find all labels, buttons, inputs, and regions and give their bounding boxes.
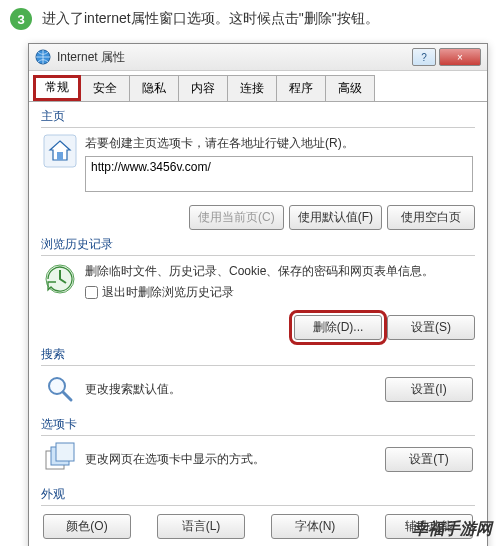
tabs-icon [43,442,77,476]
home-icon [43,134,77,168]
search-desc: 更改搜索默认值。 [85,380,181,398]
delete-button[interactable]: 删除(D)... [294,315,382,340]
close-button[interactable]: × [439,48,481,66]
history-group: 浏览历史记录 删除临时文件、历史记录、Cookie、保存的密码和网页表单信息。 … [41,236,475,340]
homepage-desc: 若要创建主页选项卡，请在各地址行键入地址(R)。 [85,134,473,152]
tab-advanced[interactable]: 高级 [325,75,375,101]
delete-on-exit-checkbox[interactable] [85,286,98,299]
watermark: 幸福手游网 [412,519,492,540]
history-title: 浏览历史记录 [41,236,475,253]
help-button[interactable]: ? [412,48,436,66]
history-icon [43,262,77,296]
use-default-button[interactable]: 使用默认值(F) [289,205,382,230]
titlebar: Internet 属性 ? × [29,44,487,71]
search-title: 搜索 [41,346,475,363]
homepage-url-input[interactable] [85,156,473,192]
delete-on-exit-label: 退出时删除浏览历史记录 [102,284,234,301]
tab-programs[interactable]: 程序 [276,75,326,101]
color-button[interactable]: 颜色(O) [43,514,131,539]
search-icon [43,372,77,406]
globe-icon [35,49,51,65]
homepage-group: 主页 若要创建主页选项卡，请在各地址行键入地址(R)。 使用当前页(C) 使用默… [41,108,475,230]
tabs-settings-button[interactable]: 设置(T) [385,447,473,472]
language-button[interactable]: 语言(L) [157,514,245,539]
tab-security[interactable]: 安全 [80,75,130,101]
tabs-desc: 更改网页在选项卡中显示的方式。 [85,450,265,468]
step-instruction: 进入了internet属性窗口选项。这时候点击"删除"按钮。 [42,10,379,28]
use-current-button[interactable]: 使用当前页(C) [189,205,284,230]
tab-strip: 常规 安全 隐私 内容 连接 程序 高级 [29,71,487,102]
appearance-title: 外观 [41,486,475,503]
svg-line-5 [63,392,71,400]
window-title: Internet 属性 [57,49,412,66]
svg-rect-8 [56,443,74,461]
search-settings-button[interactable]: 设置(I) [385,377,473,402]
homepage-title: 主页 [41,108,475,125]
tab-content[interactable]: 内容 [178,75,228,101]
internet-properties-dialog: Internet 属性 ? × 常规 安全 隐私 内容 连接 程序 高级 主页 … [28,43,488,546]
history-desc: 删除临时文件、历史记录、Cookie、保存的密码和网页表单信息。 [85,262,473,280]
general-panel: 主页 若要创建主页选项卡，请在各地址行键入地址(R)。 使用当前页(C) 使用默… [29,102,487,546]
step-header: 3 进入了internet属性窗口选项。这时候点击"删除"按钮。 [0,0,500,38]
tab-privacy[interactable]: 隐私 [129,75,179,101]
svg-rect-2 [57,152,63,160]
tab-general[interactable]: 常规 [33,75,81,101]
history-settings-button[interactable]: 设置(S) [387,315,475,340]
appearance-group: 外观 颜色(O) 语言(L) 字体(N) 辅助功能 [41,486,475,543]
tabs-title: 选项卡 [41,416,475,433]
step-number-badge: 3 [10,8,32,30]
tab-connections[interactable]: 连接 [227,75,277,101]
tabs-group: 选项卡 更改网页在选项卡中显示的方式。 设置(T) [41,416,475,480]
font-button[interactable]: 字体(N) [271,514,359,539]
search-group: 搜索 更改搜索默认值。 设置(I) [41,346,475,410]
use-blank-button[interactable]: 使用空白页 [387,205,475,230]
